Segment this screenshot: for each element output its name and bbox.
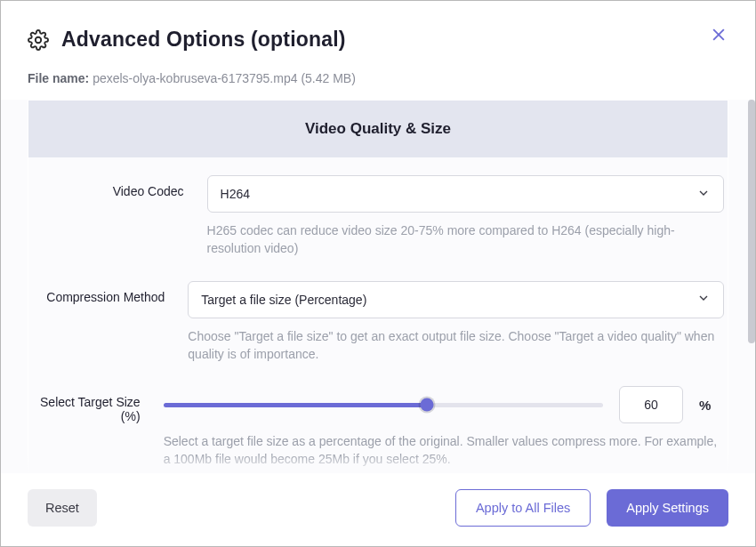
target-size-slider[interactable] (164, 396, 603, 414)
video-codec-label: Video Codec (28, 175, 207, 198)
advanced-options-modal: Advanced Options (optional) File name: p… (0, 0, 756, 547)
target-size-label: Select Target Size (%) (28, 386, 164, 423)
chevron-down-icon (696, 186, 711, 203)
slider-thumb[interactable] (421, 398, 434, 412)
apply-all-button[interactable]: Apply to All Files (455, 489, 591, 527)
file-name-label: File name: (28, 71, 89, 85)
scrollbar[interactable] (748, 100, 755, 343)
target-size-row: Select Target Size (%) 60 % Select a tar… (28, 368, 728, 473)
file-name-value: pexels-olya-kobruseva-6173795.mp4 (5.42 … (92, 71, 356, 85)
video-codec-value: H264 (221, 187, 250, 201)
close-icon (710, 26, 728, 44)
target-size-input[interactable]: 60 (619, 386, 683, 423)
reset-button[interactable]: Reset (28, 489, 97, 527)
compression-method-label: Compression Method (28, 281, 188, 304)
close-button[interactable] (709, 26, 728, 45)
compression-method-select[interactable]: Target a file size (Percentage) (188, 281, 724, 318)
video-codec-help: H265 codec can reduce video size 20-75% … (207, 213, 724, 263)
apply-settings-button[interactable]: Apply Settings (607, 489, 728, 527)
video-codec-select[interactable]: H264 (207, 175, 724, 213)
target-size-help: Select a target file size as a percentag… (164, 423, 724, 473)
gear-icon (28, 29, 49, 51)
modal-header: Advanced Options (optional) (1, 1, 755, 64)
video-quality-section: Video Quality & Size Video Codec H264 H2… (28, 100, 728, 473)
percent-unit: % (699, 398, 724, 413)
modal-title: Advanced Options (optional) (61, 28, 346, 52)
file-name-line: File name: pexels-olya-kobruseva-6173795… (1, 64, 755, 100)
compression-method-help: Choose "Target a file size" to get an ex… (188, 318, 724, 369)
chevron-down-icon (696, 291, 711, 308)
modal-footer: Reset Apply to All Files Apply Settings (1, 473, 755, 546)
compression-method-row: Compression Method Target a file size (P… (28, 263, 728, 369)
svg-point-0 (36, 36, 41, 42)
compression-method-value: Target a file size (Percentage) (201, 293, 366, 307)
video-codec-row: Video Codec H264 H265 codec can reduce v… (28, 157, 728, 263)
section-title: Video Quality & Size (28, 101, 728, 157)
content-scroll-area: Video Quality & Size Video Codec H264 H2… (1, 100, 755, 473)
